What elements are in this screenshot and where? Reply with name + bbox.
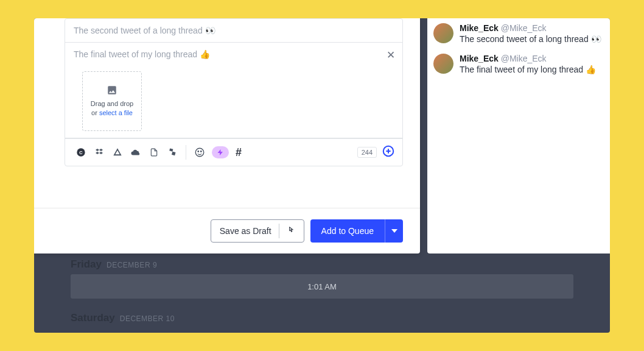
onedrive-icon[interactable] bbox=[127, 144, 144, 161]
save-draft-button[interactable]: Save as Draft bbox=[211, 219, 304, 243]
file-icon[interactable] bbox=[145, 144, 163, 161]
calendar-day-name: Friday bbox=[71, 258, 102, 271]
toolbar-divider bbox=[186, 145, 186, 160]
svg-point-2 bbox=[195, 148, 204, 157]
calendar-slot[interactable]: 1:01 AM bbox=[71, 274, 573, 299]
calendar-day-date: DECEMBER 10 bbox=[120, 314, 175, 323]
preview-author-name: Mike_Eck bbox=[460, 23, 499, 33]
character-count: 244 bbox=[357, 147, 377, 158]
button-divider bbox=[279, 224, 279, 238]
preview-tweet: Mike_Eck @Mike_Eck The second tweet of a… bbox=[433, 21, 604, 51]
dropzone-text: Drag and drop or select a file bbox=[91, 99, 133, 118]
calendar-slot-time: 1:01 AM bbox=[307, 282, 337, 291]
dropbox-icon[interactable] bbox=[91, 144, 108, 161]
cursor-pointer-icon bbox=[287, 225, 295, 237]
add-to-queue-button[interactable]: Add to Queue bbox=[310, 219, 403, 243]
media-dropzone[interactable]: Drag and drop or select a file bbox=[82, 71, 142, 131]
google-drive-icon[interactable] bbox=[109, 144, 126, 161]
ai-assist-button[interactable] bbox=[212, 146, 229, 158]
svg-text:C: C bbox=[79, 150, 83, 155]
select-file-link[interactable]: select a file bbox=[99, 109, 133, 116]
composer-footer: Save as Draft Add to Queue bbox=[34, 208, 420, 254]
tweet-thread-box: The second tweet of a long thread 👀 The … bbox=[65, 18, 403, 166]
avatar bbox=[433, 54, 453, 74]
queue-dropdown-caret[interactable] bbox=[385, 219, 403, 243]
preview-tweet: Mike_Eck @Mike_Eck The final tweet of my… bbox=[433, 51, 604, 82]
hashtag-button[interactable]: # bbox=[230, 144, 247, 161]
tweet-row[interactable]: The second tweet of a long thread 👀 bbox=[65, 19, 402, 43]
calendar-day-date: DECEMBER 9 bbox=[107, 261, 157, 269]
calendar-day: Friday DECEMBER 9 1:01 AM bbox=[34, 254, 610, 299]
preview-panel: Mike_Eck @Mike_Eck The second tweet of a… bbox=[427, 18, 610, 254]
preview-tweet-text: The final tweet of my long thread 👍 bbox=[460, 65, 604, 74]
preview-author-handle: @Mike_Eck bbox=[501, 54, 547, 63]
tweet-row[interactable]: The final tweet of my long thread 👍 ✕ Dr… bbox=[65, 43, 402, 138]
close-icon[interactable]: ✕ bbox=[387, 49, 395, 62]
pinwheel-icon[interactable] bbox=[164, 144, 181, 161]
add-tweet-button[interactable] bbox=[382, 144, 395, 160]
plus-circle-icon bbox=[382, 144, 395, 158]
canva-icon[interactable]: C bbox=[72, 144, 89, 161]
calendar-day-name: Saturday bbox=[71, 312, 115, 324]
bolt-icon bbox=[217, 148, 224, 157]
svg-point-4 bbox=[201, 151, 202, 152]
composer-toolbar: C bbox=[65, 138, 402, 166]
chevron-down-icon bbox=[391, 229, 397, 233]
avatar bbox=[433, 23, 453, 43]
calendar-day: Saturday DECEMBER 10 bbox=[34, 307, 610, 328]
tweet-text: The second tweet of a long thread 👀 bbox=[74, 26, 215, 35]
preview-author-handle: @Mike_Eck bbox=[501, 23, 547, 33]
emoji-icon[interactable] bbox=[191, 144, 208, 161]
preview-author-name: Mike_Eck bbox=[460, 54, 499, 63]
preview-tweet-text: The second tweet of a long thread 👀 bbox=[460, 34, 604, 44]
image-icon bbox=[106, 85, 118, 96]
svg-point-3 bbox=[198, 151, 199, 152]
tweet-text: The final tweet of my long thread 👍 bbox=[74, 49, 210, 59]
app-frame: Friday DECEMBER 9 1:01 AM Saturday DECEM… bbox=[34, 18, 610, 333]
composer-modal: The second tweet of a long thread 👀 The … bbox=[34, 18, 420, 254]
